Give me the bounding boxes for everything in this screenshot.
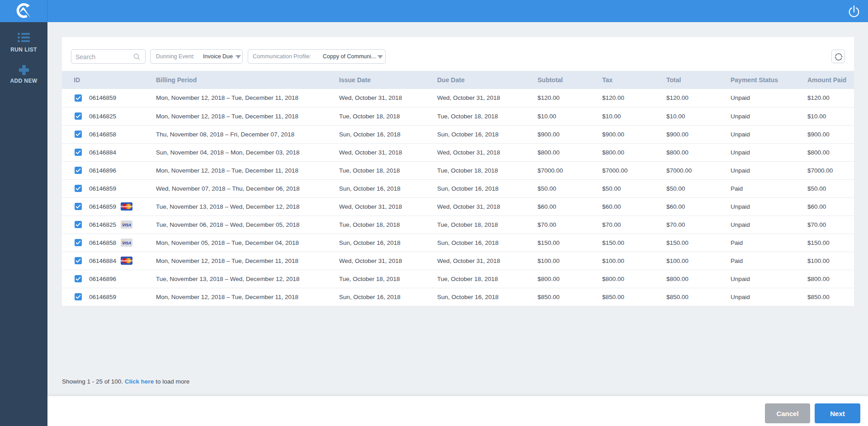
svg-text:MasterCard: MasterCard: [121, 260, 132, 262]
svg-text:MasterCard: MasterCard: [121, 206, 132, 208]
